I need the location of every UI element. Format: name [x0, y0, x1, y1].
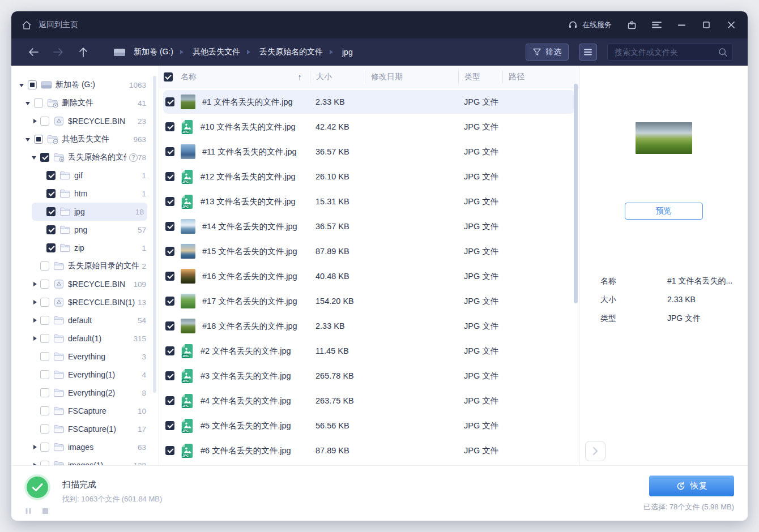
file-checkbox[interactable]: [165, 222, 174, 231]
tree-item[interactable]: 其他丢失文件963: [11, 130, 159, 148]
column-header-date[interactable]: 修改日期: [365, 71, 458, 83]
tree-item[interactable]: png57: [11, 221, 159, 239]
select-all-checkbox[interactable]: [164, 72, 173, 81]
tree-item[interactable]: gif1: [11, 166, 159, 185]
file-checkbox[interactable]: [165, 371, 174, 380]
tree-item[interactable]: Everything(2)8: [11, 384, 159, 402]
preview-button[interactable]: 预览: [625, 203, 703, 220]
tree-checkbox[interactable]: [40, 117, 49, 126]
tree-checkbox[interactable]: [40, 461, 49, 465]
breadcrumb-item[interactable]: jpg: [342, 48, 353, 57]
forward-button[interactable]: [52, 46, 65, 58]
table-row[interactable]: #16 文件名丢失的文件.jpg40.48 KBJPG 文件: [159, 264, 579, 289]
pause-button[interactable]: [25, 508, 32, 514]
tree-item[interactable]: FSCapture10: [11, 402, 159, 420]
column-header-size[interactable]: 大小: [310, 71, 365, 83]
tree-item[interactable]: FSCapture(1)17: [11, 420, 159, 438]
tree-checkbox[interactable]: [40, 316, 49, 325]
tree-item[interactable]: zip1: [11, 239, 159, 257]
tree-checkbox[interactable]: [46, 225, 56, 234]
file-checkbox[interactable]: [165, 272, 174, 281]
expand-arrow-icon[interactable]: [32, 153, 40, 162]
table-row[interactable]: #15 文件名丢失的文件.jpg87.89 KBJPG 文件: [159, 239, 579, 264]
tree-checkbox[interactable]: [40, 334, 49, 343]
maximize-button[interactable]: [701, 20, 711, 30]
table-row[interactable]: JPG#6 文件名丢失的文件.jpg87.89 KBJPG 文件: [159, 438, 579, 463]
tree-checkbox[interactable]: [40, 352, 49, 361]
tree-item[interactable]: images(1)128: [11, 456, 159, 465]
sidebar-scrollbar[interactable]: [153, 76, 156, 393]
file-checkbox[interactable]: [165, 147, 174, 156]
tree-checkbox[interactable]: [40, 280, 49, 289]
file-checkbox[interactable]: [165, 97, 174, 106]
tree-checkbox[interactable]: [46, 189, 56, 198]
file-checkbox[interactable]: [165, 446, 174, 455]
expand-arrow-icon[interactable]: [19, 81, 28, 89]
tree-item[interactable]: $RECYCLE.BIN109: [11, 275, 159, 293]
tree-checkbox[interactable]: [34, 98, 43, 108]
stop-button[interactable]: [42, 508, 49, 514]
table-row[interactable]: JPG#10 文件名丢失的文件.jpg42.42 KBJPG 文件: [159, 114, 579, 139]
file-checkbox[interactable]: [165, 321, 174, 331]
table-row[interactable]: #17 文件名丢失的文件.jpg154.20 KBJPG 文件: [159, 289, 579, 314]
tree-checkbox[interactable]: [40, 298, 49, 307]
tree-item[interactable]: default(1)315: [11, 329, 159, 347]
table-scrollbar[interactable]: [574, 84, 578, 303]
file-checkbox[interactable]: [165, 122, 174, 131]
table-row[interactable]: JPG#13 文件名丢失的文件.jpg15.31 KBJPG 文件: [159, 189, 579, 214]
expand-arrow-icon[interactable]: [32, 300, 40, 304]
table-row[interactable]: #1 文件名丢失的文件.jpg2.33 KBJPG 文件: [159, 89, 579, 114]
breadcrumb-item[interactable]: 丢失原始名的文件: [259, 47, 323, 57]
column-header-name[interactable]: 名称 ↑: [181, 71, 310, 83]
tree-checkbox[interactable]: [46, 207, 56, 216]
tree-item[interactable]: $RECYCLE.BIN(1)13: [11, 293, 159, 311]
up-button[interactable]: [77, 46, 89, 58]
table-row[interactable]: JPG#4 文件名丢失的文件.jpg263.75 KBJPG 文件: [159, 388, 579, 413]
minimize-button[interactable]: [676, 20, 686, 30]
menu-icon[interactable]: [651, 20, 662, 30]
help-icon[interactable]: ?: [129, 153, 138, 162]
package-button[interactable]: [626, 20, 637, 30]
recover-button[interactable]: 恢复: [649, 475, 734, 496]
tree-checkbox[interactable]: [34, 135, 43, 144]
file-checkbox[interactable]: [165, 297, 174, 306]
table-row[interactable]: #11 文件名丢失的文件.jpg36.57 KBJPG 文件: [159, 139, 579, 164]
file-checkbox[interactable]: [165, 421, 174, 430]
tree-item[interactable]: 丢失原始名的文件?78: [11, 148, 159, 166]
tree-checkbox[interactable]: [40, 261, 49, 271]
tree-item[interactable]: jpg18: [32, 203, 147, 221]
tree-item[interactable]: default54: [11, 311, 159, 329]
tree-checkbox[interactable]: [40, 388, 49, 397]
file-checkbox[interactable]: [165, 247, 174, 256]
tree-item[interactable]: Everything3: [11, 347, 159, 366]
tree-checkbox[interactable]: [46, 171, 56, 180]
tree-checkbox[interactable]: [40, 406, 49, 415]
table-row[interactable]: JPG#5 文件名丢失的文件.jpg56.56 KBJPG 文件: [159, 413, 579, 438]
tree-item[interactable]: $RECYCLE.BIN23: [11, 112, 159, 130]
expand-arrow-icon[interactable]: [25, 99, 34, 108]
column-header-path[interactable]: 路径: [502, 71, 579, 83]
tree-checkbox[interactable]: [40, 424, 49, 434]
back-button[interactable]: [27, 46, 40, 58]
tree-checkbox[interactable]: [40, 153, 49, 162]
expand-arrow-icon[interactable]: [25, 135, 34, 144]
column-header-type[interactable]: 类型: [458, 71, 502, 83]
tree-item[interactable]: 丢失原始目录的文件2: [11, 257, 159, 275]
expand-arrow-icon[interactable]: [32, 119, 40, 123]
tree-item[interactable]: htm1: [11, 185, 159, 203]
expand-arrow-icon[interactable]: [32, 282, 40, 286]
expand-arrow-icon[interactable]: [32, 445, 40, 449]
online-service-button[interactable]: 在线服务: [568, 20, 612, 30]
collapse-panel-button[interactable]: [585, 441, 606, 461]
tree-item[interactable]: 删除文件41: [11, 94, 159, 112]
tree-checkbox[interactable]: [40, 443, 49, 452]
tree-checkbox[interactable]: [46, 243, 56, 252]
tree-checkbox[interactable]: [40, 370, 49, 379]
tree-item[interactable]: Everything(1)4: [11, 366, 159, 384]
tree-item[interactable]: images63: [11, 438, 159, 456]
table-row[interactable]: JPG#2 文件名丢失的文件.jpg11.45 KBJPG 文件: [159, 338, 579, 363]
tree-checkbox[interactable]: [28, 80, 37, 89]
breadcrumb-item[interactable]: 其他丢失文件: [193, 47, 240, 57]
back-home-button[interactable]: 返回到主页: [22, 20, 78, 30]
view-toggle-button[interactable]: [579, 44, 597, 61]
